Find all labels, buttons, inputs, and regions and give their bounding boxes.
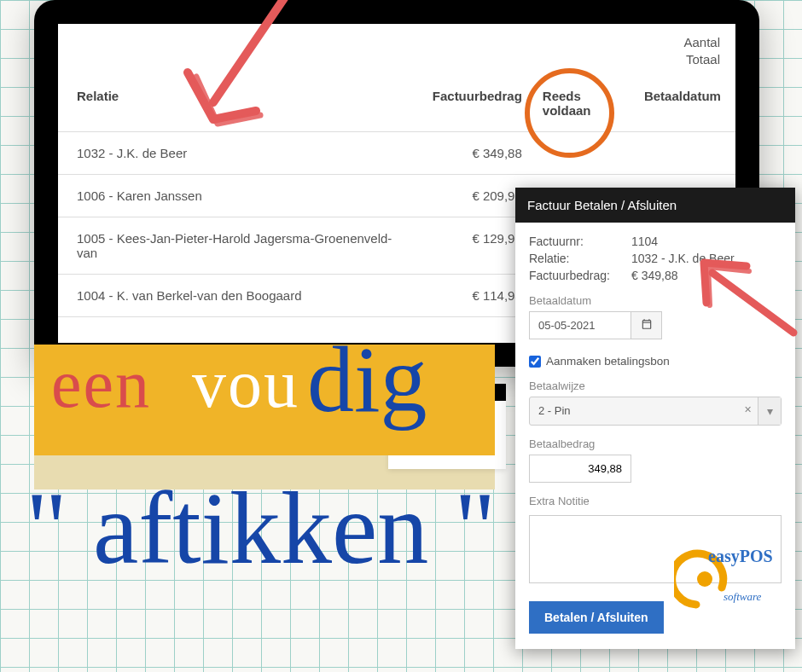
svg-point-2 bbox=[697, 571, 712, 587]
table-row[interactable]: 1032 - J.K. de Beer € 349,88 bbox=[58, 132, 735, 175]
cell-relatie: 1005 - Kees-Jan-Pieter-Harold Jagersma-G… bbox=[58, 217, 410, 275]
decor-yellow-band bbox=[34, 345, 495, 455]
logo-sub-text: software bbox=[724, 590, 762, 603]
summary-aantal: Aantal bbox=[683, 34, 720, 51]
betaalwijze-select[interactable]: 2 - Pin ✕ ▾ bbox=[529, 397, 782, 426]
col-header-factuurbedrag: Factuurbedrag bbox=[410, 75, 532, 132]
calendar-icon bbox=[641, 318, 653, 333]
value-factuurbedrag: € 349,88 bbox=[631, 269, 678, 282]
label-relatie: Relatie: bbox=[529, 252, 631, 265]
label-betaalbedrag: Betaalbedrag bbox=[529, 437, 782, 450]
summary-block: Aantal Totaal bbox=[683, 34, 720, 69]
cell-relatie: 1032 - J.K. de Beer bbox=[58, 132, 410, 175]
cell-relatie: 1004 - K. van Berkel-van den Boogaard bbox=[58, 275, 410, 317]
clear-select-icon[interactable]: ✕ bbox=[738, 397, 758, 425]
col-header-betaaldatum: Betaaldatum bbox=[634, 75, 735, 132]
value-factuurnr: 1104 bbox=[631, 235, 658, 248]
cell-bedrag: € 209,93 bbox=[410, 175, 532, 217]
logo-brand-text: easyPOS bbox=[708, 547, 773, 566]
betaaldatum-input[interactable] bbox=[529, 311, 631, 339]
col-header-reeds: Reeds voldaan bbox=[532, 75, 634, 132]
betalen-afsluiten-button[interactable]: Betalen / Afsluiten bbox=[529, 601, 664, 634]
betaalwijze-value: 2 - Pin bbox=[530, 397, 738, 425]
cell-bedrag: € 129,99 bbox=[410, 217, 532, 275]
label-notitie: Extra Notitie bbox=[529, 495, 782, 507]
summary-totaal: Totaal bbox=[683, 51, 720, 68]
aanmaken-label: Aanmaken betalingsbon bbox=[546, 355, 670, 368]
cell-relatie: 1006 - Karen Janssen bbox=[58, 175, 410, 217]
label-factuurnr: Factuurnr: bbox=[529, 235, 631, 248]
easypos-logo: easyPOS software bbox=[674, 532, 775, 612]
aanmaken-checkbox[interactable] bbox=[529, 356, 541, 368]
label-betaaldatum: Betaaldatum bbox=[529, 294, 782, 307]
col-header-relatie: Relatie bbox=[58, 75, 410, 132]
betaalbedrag-input[interactable] bbox=[529, 455, 631, 483]
cell-bedrag: € 349,88 bbox=[410, 132, 532, 175]
chevron-down-icon[interactable]: ▾ bbox=[758, 397, 781, 425]
label-factuurbedrag: Factuurbedrag: bbox=[529, 269, 631, 282]
value-relatie: 1032 - J.K. de Beer bbox=[631, 252, 735, 265]
dialog-title: Factuur Betalen / Afsluiten bbox=[515, 188, 795, 223]
cell-bedrag: € 114,94 bbox=[410, 275, 532, 317]
calendar-button[interactable] bbox=[631, 311, 662, 339]
label-betaalwijze: Betaalwijze bbox=[529, 379, 782, 392]
